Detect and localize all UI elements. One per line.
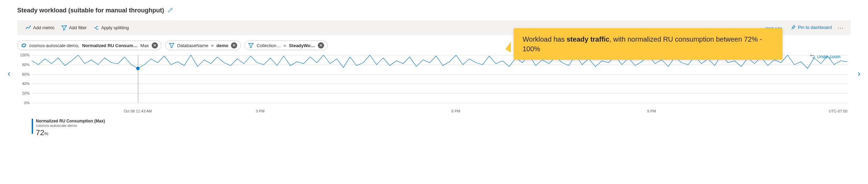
pin-dashboard-label: Pin to dashboard <box>798 25 832 30</box>
filter2-key: Collection… <box>256 43 281 48</box>
x-axis-tick-label: 6 PM <box>451 109 460 113</box>
chart-cursor-dot <box>136 67 140 70</box>
apply-splitting-label: Apply splitting <box>101 25 129 30</box>
y-axis-label: 20% <box>22 91 30 95</box>
x-axis-tick-label: 3 PM <box>256 109 265 113</box>
page-title: Steady workload (suitable for manual thr… <box>17 7 164 14</box>
apply-splitting-button[interactable]: Apply splitting <box>90 24 132 32</box>
y-axis-label: 60% <box>22 72 30 76</box>
filter2-eq: = <box>284 43 286 48</box>
close-icon[interactable]: ✕ <box>318 42 324 48</box>
y-axis-label: 80% <box>22 63 30 67</box>
legend-metric-name: Normalized RU Consumption (Max) <box>36 119 105 123</box>
close-icon[interactable]: ✕ <box>231 42 237 48</box>
add-filter-button[interactable]: + Add filter <box>58 24 90 32</box>
pin-icon <box>790 24 796 30</box>
cosmos-icon <box>21 43 27 48</box>
edit-icon[interactable] <box>168 7 173 14</box>
chart-plot[interactable]: 100%80%60%40%20%0% <box>32 55 847 108</box>
svg-text:+: + <box>65 25 67 28</box>
split-icon <box>93 25 99 31</box>
filter-icon <box>169 43 174 48</box>
metric-pill-name: Normalized RU Consum… <box>82 43 138 48</box>
chart-cursor-line <box>138 55 138 103</box>
add-filter-label: Add filter <box>69 25 87 30</box>
y-axis-label: 0% <box>24 101 30 105</box>
filter-icon <box>248 43 254 48</box>
metric-pill-agg: Max <box>140 43 149 48</box>
close-icon[interactable]: ✕ <box>152 42 158 48</box>
filter1-eq: = <box>211 43 214 48</box>
metric-pill-resource: cosmos-autoscale-demo, <box>29 43 79 48</box>
metric-pill[interactable]: cosmos-autoscale-demo, Normalized RU Con… <box>17 41 162 50</box>
legend-color-bar <box>32 119 33 134</box>
callout-text-bold: steady traffic <box>566 35 609 43</box>
y-axis-label: 40% <box>22 82 30 86</box>
filter1-value: demo <box>216 43 229 48</box>
annotation-callout: Workload has steady traffic, with normal… <box>514 28 783 60</box>
chevron-left-icon[interactable]: ‹ <box>8 69 10 78</box>
x-axis-start-label: Oct 08 11:43 AM <box>124 109 152 113</box>
chevron-right-icon[interactable]: › <box>858 69 860 78</box>
svg-text:+: + <box>30 25 31 28</box>
gridline <box>32 103 847 103</box>
legend-value: 72 <box>36 128 44 137</box>
filter-pill-database[interactable]: DatabaseName = demo ✕ <box>165 41 241 50</box>
add-metric-icon: + <box>26 25 31 31</box>
pin-dashboard-button[interactable]: Pin to dashboard <box>787 23 835 31</box>
y-axis-label: 100% <box>20 53 30 57</box>
filter-pill-collection[interactable]: Collection… = SteadyWo… ✕ <box>244 41 327 50</box>
filter1-key: DatabaseName <box>177 43 208 48</box>
add-metric-label: Add metric <box>33 25 54 30</box>
legend-resource: cosmos-autoscale-demo <box>36 123 105 128</box>
more-icon[interactable]: ⋯ <box>835 24 846 32</box>
filter2-value: SteadyWo… <box>289 43 315 48</box>
timezone-label: UTC-07:00 <box>829 109 847 113</box>
callout-text-pre: Workload has <box>523 35 566 43</box>
chart-legend: Normalized RU Consumption (Max) cosmos-a… <box>32 119 851 137</box>
x-axis-tick-label: 9 PM <box>647 109 656 113</box>
add-metric-button[interactable]: + Add metric <box>22 24 58 32</box>
legend-unit: % <box>44 131 48 136</box>
filter-icon: + <box>61 25 67 31</box>
